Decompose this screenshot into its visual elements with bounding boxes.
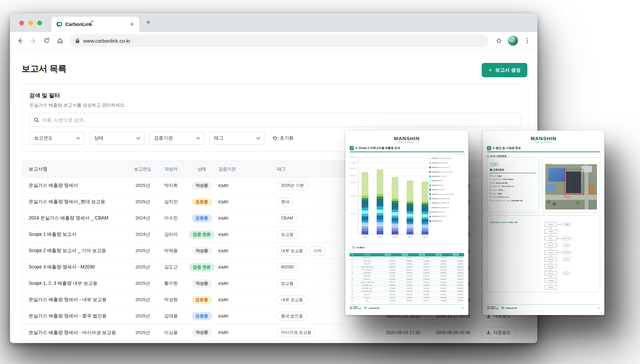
flow-diamond: If Required [560,250,572,255]
doc-table-row: 14프랜차이즈41,853,96771,648,20551,679,13938,… [350,296,464,299]
chart-legend: tCO2eq (Log Scale)카테고리 1 (구매한 제품 및 서비스)카… [429,153,467,222]
filter-dropdown-보고연도[interactable]: 보고연도 [29,132,85,145]
report-name[interactable]: 온실가스 배출량 명세서 - 아시아권 보고용 [22,330,129,336]
report-name[interactable]: Scope 1, 2, 3 배출량 내부 보고용 [22,280,129,286]
back-button[interactable] [14,35,26,47]
doc-table-row: 12판매한 제품의 폐기46,385,09174,059,96447,931,2… [350,290,464,293]
report-year: 2025년 [129,182,157,188]
tag-pill: 보고용 [277,279,298,288]
report-name[interactable]: 온실가스 배출량 명세서 - 중국 법인용 [22,313,129,319]
report-name[interactable]: 온실가스 배출량 명세서_현대 보고용 [22,199,129,205]
bar-segment [407,205,413,211]
svg-text:If Required: If Required [564,238,569,239]
field-icon [490,175,491,177]
bookmark-star-icon[interactable] [493,35,505,47]
search-icon [34,118,39,123]
report-author: 김지민 [157,199,185,205]
filter-dropdown-상태[interactable]: 상태 [89,132,145,145]
flow-box: Packaging [544,264,557,268]
bar-segment [377,194,383,196]
report-author: 김도근 [157,264,185,270]
field-icon [490,189,491,190]
company-bar: 만신홀딩스 [350,244,464,251]
bar-segment [407,211,413,214]
report-name[interactable]: Scope 1 배출량 보고서 [22,231,129,237]
doc-table-row: 4Upstream 운송 및 유통48,615,93071,350,28629,… [350,266,464,269]
process-flow-card: 공정도 (온실가스 및 에너지 흐름도 포함) MaterialEnergyCu… [487,215,600,292]
field-icon [490,182,491,183]
report-name[interactable]: Scope 2 배출량 보고서 _ 기아 보고용 [22,248,129,254]
minimize-window-button[interactable] [28,21,33,25]
legend-entry: 카테고리 15 (투자) [429,220,467,222]
scope3-stacked-bar-chart: 240,000,000200,000,000160,000,000140,000… [345,151,468,240]
folder-icon [490,169,492,171]
doc-table-row: 1구매한 제품 및 서비스59,237,58368,502,85737,549,… [350,256,464,259]
download-button[interactable]: 다운로드 [481,327,516,338]
x-tick-label: 2020년 [360,236,370,238]
bar-segment [362,195,368,198]
plus-icon: + [488,67,492,73]
home-button[interactable] [54,35,66,47]
carbonlink-favicon [57,22,62,27]
site-field: 담당자 : 김영철 [490,193,536,194]
flow-box: Packaging [544,278,557,282]
report-year: 2024년 [129,215,157,221]
report-name[interactable]: 온실가스 배출량 명세서 - 내부 보고용 [22,297,129,303]
updated-timestamp: 2025-08-29 02:06 [428,330,478,335]
filter-dropdown-태그[interactable]: 태그 [209,132,265,145]
browser-tab[interactable]: CarbonLink ✕ [51,17,139,32]
verification-org: KMR [218,281,268,286]
report-year: 2025년 [129,199,157,205]
page-number: 05 [462,307,464,309]
status-badge: 작성중 [192,328,212,337]
doc-table-row: 15투자57,529,41365,087,92473,261,77317,824… [350,299,464,302]
sprout-icon [487,306,490,309]
status-badge: 작성중 [192,247,212,255]
tab-close-icon[interactable]: ✕ [130,21,134,27]
filter-dropdown-검증기관[interactable]: 검증기관 [149,132,205,145]
report-name[interactable]: 온실가스 배출량 명세서 [22,182,129,188]
report-name[interactable]: 2024 온실가스 배출량 명세서 _ CBAM [22,215,129,221]
satellite-map [545,164,597,209]
kebab-menu-icon[interactable] [521,35,533,47]
search-input-box[interactable] [29,113,521,127]
tag-pill: 2025년 기본 [277,181,308,190]
status-badge: 작성중 [192,279,212,288]
forward-button[interactable] [27,35,39,47]
manshin-logo: MANSHIN HOLDINGS [345,131,468,143]
reload-button[interactable] [41,35,53,47]
status-badge: 검토중 [192,198,212,206]
filter-subtitle: 온실가스 배출량 보고서를 생성하고 관리하세요. [29,102,521,108]
bar-segment [392,212,398,215]
tag-pill: 아시아권 보고용 [277,328,315,337]
bar-segment [422,214,428,217]
create-report-button[interactable]: + 보고서 생성 [482,63,527,77]
report-author: 김리아 [157,231,185,237]
building-icon [353,246,355,248]
url-bar[interactable]: www.carbonlink.co.kr [70,34,489,47]
y-tick-label: 140,000,000 [349,175,357,177]
reset-icon [273,136,277,141]
report-preview-scope3-chart: MANSHIN HOLDINGS 3. Scope 3 카테고리별 배출량 요약… [345,131,468,315]
bar-segment [362,229,368,231]
flow-box: Inspection [544,271,557,275]
table-row[interactable]: 온실가스 배출량 명세서 - 아시아권 보고용 2025년 이상용 작성중 KM… [22,324,528,341]
close-window-button[interactable] [19,21,24,25]
new-tab-button[interactable]: + [146,19,150,26]
x-tick-label: 2024년 [420,236,430,238]
flow-box: Coating [544,250,557,254]
y-tick-label: 0 [356,233,357,234]
tab-title: CarbonLink [65,22,127,27]
flow-oval: Energy [562,223,571,226]
reset-filters-button[interactable]: 초기화 [273,135,294,141]
tag-pill: 내부 보고용 [277,246,307,255]
search-input[interactable] [42,117,516,123]
stacked-bar [377,170,383,234]
report-name[interactable]: Scope 3 배출량 명세서 - M2030 [22,264,129,270]
renew-earth-lab-logo: RENEWEARTH LAB [350,306,361,309]
doc-table-row: 10판매한 제품의 가공43,589,17673,954,31033,186,9… [350,284,464,287]
profile-avatar[interactable] [508,36,518,46]
bar-segment [422,205,428,211]
bar-segment [362,214,368,216]
maximize-window-button[interactable] [37,21,42,25]
